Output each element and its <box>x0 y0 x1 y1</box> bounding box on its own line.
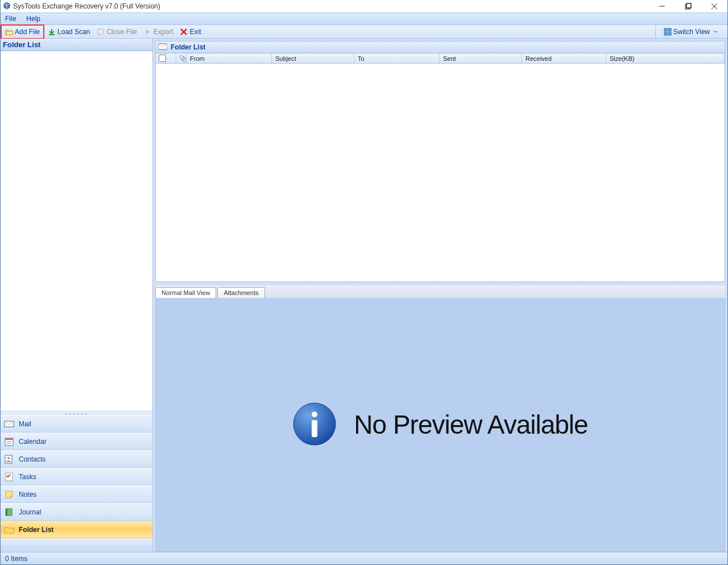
col-size[interactable]: Size(KB) <box>606 53 725 63</box>
column-headers: 📎 From Subject To Sent Received Size(KB) <box>156 53 725 64</box>
x-red-icon <box>180 28 188 36</box>
toolbar-load-scan[interactable]: Load Scan <box>44 26 93 38</box>
nav-notes[interactable]: Notes <box>1 485 152 503</box>
app-window: SysTools Exchange Recovery v7.0 (Full Ve… <box>0 0 728 565</box>
add-file-highlight: Add File <box>1 24 44 39</box>
preview-message: No Preview Available <box>354 409 588 440</box>
contacts-icon <box>4 455 14 464</box>
switch-view-wrap: Switch View <box>655 25 727 38</box>
notes-icon <box>4 490 14 499</box>
menu-file[interactable]: File <box>5 15 16 23</box>
nav-notes-label: Notes <box>19 491 36 498</box>
title-bar: SysTools Exchange Recovery v7.0 (Full Ve… <box>1 0 727 13</box>
nav-bottom-strip <box>1 538 152 552</box>
menu-help[interactable]: Help <box>26 15 40 23</box>
svg-point-18 <box>7 456 10 459</box>
col-subject[interactable]: Subject <box>272 53 354 63</box>
nav-calendar-label: Calendar <box>19 438 47 446</box>
svg-rect-2 <box>686 3 691 8</box>
toolbar-exit[interactable]: Exit <box>176 26 204 38</box>
mail-icon <box>4 419 14 429</box>
svg-rect-10 <box>664 32 667 35</box>
svg-rect-19 <box>6 473 13 481</box>
toolbar-close-file: Close File <box>93 26 140 38</box>
col-sent[interactable]: Sent <box>440 53 522 63</box>
nav-folder-list-label: Folder List <box>19 526 53 534</box>
switch-view-label: Switch View <box>673 28 710 36</box>
mail-list: 📎 From Subject To Sent Received Size(KB) <box>155 53 725 282</box>
load-scan-label: Load Scan <box>57 28 90 36</box>
toolbar: Add File Load Scan Close File Export <box>1 25 727 39</box>
close-button[interactable] <box>701 0 727 13</box>
journal-icon <box>4 508 14 517</box>
svg-rect-6 <box>49 34 55 35</box>
col-to[interactable]: To <box>354 53 440 63</box>
header-checkbox[interactable] <box>159 55 166 62</box>
nav-tasks[interactable]: Tasks <box>1 468 152 485</box>
nav-folder-list[interactable]: Folder List <box>1 521 152 538</box>
status-bar: 0 Items <box>1 552 727 564</box>
nav-mail-label: Mail <box>19 420 31 428</box>
chevron-down-icon <box>712 28 719 36</box>
menu-bar: File Help <box>1 13 727 25</box>
right-pane: Folder List 📎 From Subject To Sent Recei… <box>153 39 727 552</box>
close-square-icon <box>97 28 105 36</box>
calendar-icon <box>4 437 14 446</box>
svg-rect-11 <box>668 32 671 35</box>
col-received[interactable]: Received <box>522 53 606 63</box>
preview-tabs: Normal Mail View Attachments <box>155 285 725 298</box>
nav-list: Mail Calendar Contacts Tasks Notes <box>1 415 152 538</box>
envelope-icon <box>158 43 167 52</box>
svg-point-24 <box>312 412 317 417</box>
info-icon <box>292 402 337 448</box>
export-label: Export <box>154 28 173 36</box>
folder-icon <box>4 525 14 534</box>
app-icon <box>3 2 11 11</box>
nav-contacts[interactable]: Contacts <box>1 450 152 468</box>
toolbar-export: Export <box>140 26 177 38</box>
col-from[interactable]: From <box>187 53 272 63</box>
svg-rect-21 <box>6 509 7 516</box>
svg-rect-8 <box>664 28 667 31</box>
add-file-label: Add File <box>15 28 40 36</box>
col-attachment[interactable]: 📎 <box>176 53 187 63</box>
paperclip-icon: 📎 <box>179 55 187 63</box>
status-text: 0 Items <box>5 555 27 563</box>
right-pane-header: Folder List <box>155 41 725 53</box>
tab-attachments[interactable]: Attachments <box>217 287 264 298</box>
window-controls <box>649 0 727 13</box>
toolbar-switch-view[interactable]: Switch View <box>660 26 723 38</box>
play-icon <box>144 28 152 36</box>
main-area: Folder List • • • • • • Mail Calendar Co… <box>1 39 727 552</box>
nav-calendar[interactable]: Calendar <box>1 433 152 450</box>
maximize-button[interactable] <box>675 0 701 13</box>
left-pane-header: Folder List <box>1 39 152 51</box>
download-arrow-icon <box>48 28 56 36</box>
close-file-label: Close File <box>106 28 136 36</box>
preview-panel: No Preview Available <box>155 298 725 552</box>
folder-tree[interactable] <box>1 51 152 412</box>
right-header-label: Folder List <box>171 43 205 51</box>
nav-journal-label: Journal <box>19 508 41 516</box>
tab-normal-mail-view[interactable]: Normal Mail View <box>155 287 216 298</box>
toolbar-add-file[interactable]: Add File <box>2 26 43 38</box>
svg-rect-14 <box>5 438 13 440</box>
col-checkbox[interactable] <box>156 53 166 63</box>
nav-journal[interactable]: Journal <box>1 503 152 521</box>
nav-tasks-label: Tasks <box>19 473 36 481</box>
left-pane: Folder List • • • • • • Mail Calendar Co… <box>1 39 153 552</box>
col-icon[interactable] <box>166 53 176 63</box>
window-title: SysTools Exchange Recovery v7.0 (Full Ve… <box>13 2 160 10</box>
svg-rect-25 <box>312 420 317 437</box>
grid-view-icon <box>664 28 672 36</box>
tasks-icon <box>4 472 14 481</box>
svg-rect-9 <box>668 28 671 31</box>
minimize-button[interactable] <box>649 0 675 13</box>
nav-contacts-label: Contacts <box>19 455 46 463</box>
exit-label: Exit <box>189 28 201 36</box>
folder-open-icon <box>5 28 13 36</box>
nav-mail[interactable]: Mail <box>1 415 152 433</box>
